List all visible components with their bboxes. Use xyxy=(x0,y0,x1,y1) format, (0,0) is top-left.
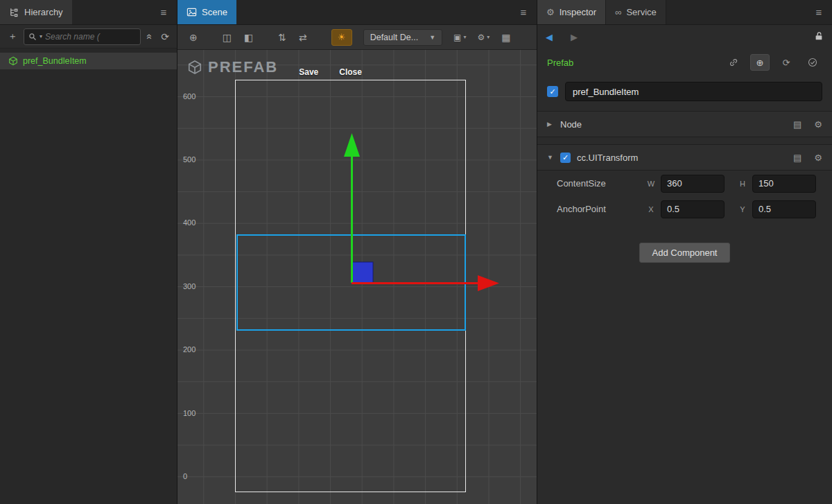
tab-scene[interactable]: Scene xyxy=(177,0,236,24)
hierarchy-search-input[interactable] xyxy=(45,32,136,42)
inspector-menu-icon[interactable]: ≡ xyxy=(806,0,832,24)
anchorpoint-y-input[interactable] xyxy=(752,200,816,218)
scene-settings-dropdown[interactable]: ⚙ ▾ xyxy=(473,33,494,42)
prefab-cube-icon xyxy=(8,56,18,66)
prefab-asset-label: Prefab xyxy=(547,58,573,68)
scene-panel: Scene ≡ ⊕ ◫ ◧ ⇅ ⇄ ☀ Default De... ▼ ▣ ▾ … xyxy=(177,0,537,504)
layers-icon: ▣ xyxy=(453,33,461,42)
chevron-right-icon[interactable]: ▶ xyxy=(547,121,554,128)
grid-view-icon[interactable]: ▦ xyxy=(496,32,515,43)
hierarchy-panel: Hierarchy ≡ ＋ ▾ « ⟳ pref_BundleItem xyxy=(0,0,177,504)
contentsize-height-input[interactable] xyxy=(752,175,816,193)
hierarchy-menu-icon[interactable]: ≡ xyxy=(150,0,177,24)
component-settings-gear-icon[interactable]: ⚙ xyxy=(814,153,822,163)
help-doc-icon[interactable]: ▤ xyxy=(793,153,801,163)
uitransform-section-header[interactable]: ▼ ✓ cc.UITransform ▤ ⚙ xyxy=(537,144,832,171)
tab-hierarchy[interactable]: Hierarchy xyxy=(0,0,72,24)
anchorpoint-label: AnchorPoint xyxy=(557,204,641,214)
prefab-actions: ⊕ ⟳ xyxy=(724,54,822,71)
node-section-header[interactable]: ▶ Node ▤ ⚙ xyxy=(537,111,832,137)
device-mode-value: Default De... xyxy=(370,33,418,42)
gizmo-light-toggle[interactable]: ☀ xyxy=(331,29,352,46)
editor-window: Hierarchy ≡ ＋ ▾ « ⟳ pref_BundleItem xyxy=(0,0,832,504)
locate-prefab-asset-icon[interactable]: ⊕ xyxy=(750,54,770,71)
tab-service[interactable]: ∞ Service xyxy=(605,0,666,24)
anchorpoint-row: AnchorPoint X Y xyxy=(537,196,832,222)
history-forward-icon[interactable]: ▶ xyxy=(571,32,578,42)
node-active-checkbox[interactable]: ✓ xyxy=(547,86,558,97)
revert-prefab-icon[interactable]: ⟳ xyxy=(777,54,796,71)
add-component-button[interactable]: Add Component xyxy=(639,243,731,263)
layers-dropdown[interactable]: ▣ ▾ xyxy=(449,33,470,42)
distribute-vertical-icon[interactable]: ⇅ xyxy=(273,32,291,43)
refresh-hierarchy-icon[interactable]: ⟳ xyxy=(159,31,171,42)
gear-icon: ⚙ xyxy=(477,33,485,42)
apply-prefab-icon[interactable] xyxy=(803,54,822,71)
gizmo-plane-handle[interactable] xyxy=(352,262,373,283)
inspector-nav-row: ◀ ▶ xyxy=(537,25,832,49)
inspector-tabbar: ⚙ Inspector ∞ Service ≡ xyxy=(537,0,832,25)
chevron-down-icon: ▾ xyxy=(463,34,466,40)
light-icon: ☀ xyxy=(338,32,346,42)
contentsize-row: ContentSize W H xyxy=(537,171,832,196)
search-icon xyxy=(28,33,37,41)
transform-gizmo xyxy=(177,50,537,504)
add-component-row: Add Component xyxy=(537,222,832,284)
prefab-watermark-label: PREFAB xyxy=(208,58,278,76)
chevron-down-icon[interactable]: ▼ xyxy=(547,154,554,161)
height-axis-label: H xyxy=(738,180,747,188)
scene-image-icon xyxy=(187,7,197,17)
create-node-button[interactable]: ＋ xyxy=(6,31,19,43)
gizmo-y-arrowhead-icon[interactable] xyxy=(344,133,360,157)
chevron-down-icon: ▾ xyxy=(487,34,489,40)
prefab-asset-row: Prefab ⊕ ⟳ xyxy=(537,49,832,76)
uitransform-section-label: cc.UITransform xyxy=(577,153,638,163)
x-axis-label: X xyxy=(647,205,655,214)
y-axis-label: Y xyxy=(738,205,747,214)
history-back-icon[interactable]: ◀ xyxy=(546,32,553,42)
collapse-all-icon[interactable]: « xyxy=(144,32,155,42)
help-doc-icon[interactable]: ▤ xyxy=(793,119,801,130)
prefab-close-button[interactable]: Close xyxy=(339,67,362,77)
scene-tabbar: Scene ≡ xyxy=(177,0,537,25)
width-axis-label: W xyxy=(647,180,655,188)
tab-scene-label: Scene xyxy=(202,7,227,17)
prefab-cube-icon xyxy=(187,60,202,75)
search-filter-caret-icon[interactable]: ▾ xyxy=(40,33,42,40)
device-mode-dropdown[interactable]: Default De... ▼ xyxy=(363,29,442,46)
tab-inspector-label: Inspector xyxy=(560,7,596,17)
anchorpoint-x-input[interactable] xyxy=(661,200,725,218)
contentsize-width-input[interactable] xyxy=(661,175,725,193)
lock-inspector-icon[interactable] xyxy=(814,31,824,43)
node-section-label: Node xyxy=(560,119,582,130)
contentsize-label: ContentSize xyxy=(557,178,641,189)
scene-viewport[interactable]: 600 500 400 300 200 100 0 PREFAB S xyxy=(177,50,537,504)
node-name-input[interactable] xyxy=(565,82,822,101)
align-left-icon[interactable]: ◫ xyxy=(218,32,236,43)
zoom-tool-icon[interactable]: ⊕ xyxy=(184,32,202,43)
unlink-prefab-icon[interactable] xyxy=(724,54,743,71)
distribute-horizontal-icon[interactable]: ⇄ xyxy=(294,32,312,43)
node-name-row: ✓ xyxy=(537,76,832,111)
prefab-edit-bar: PREFAB Save Close xyxy=(187,58,362,77)
tab-hierarchy-label: Hierarchy xyxy=(24,7,63,17)
chevron-down-icon: ▼ xyxy=(429,34,435,41)
uitransform-enabled-checkbox[interactable]: ✓ xyxy=(560,153,571,163)
node-settings-gear-icon[interactable]: ⚙ xyxy=(814,119,822,130)
hierarchy-search-box[interactable]: ▾ xyxy=(24,28,141,45)
hierarchy-toolbar: ＋ ▾ « ⟳ xyxy=(0,25,177,49)
inspector-panel: ⚙ Inspector ∞ Service ≡ ◀ ▶ Prefab ⊕ xyxy=(537,0,832,504)
gizmo-x-arrowhead-icon[interactable] xyxy=(478,275,499,291)
hierarchy-node-pref-bundleitem[interactable]: pref_BundleItem xyxy=(0,53,177,69)
align-right-icon[interactable]: ◧ xyxy=(239,32,258,43)
hierarchy-icon xyxy=(9,7,19,17)
tab-inspector[interactable]: ⚙ Inspector xyxy=(537,0,605,24)
scene-toolbar: ⊕ ◫ ◧ ⇅ ⇄ ☀ Default De... ▼ ▣ ▾ ⚙ ▾ ▦ xyxy=(177,25,537,50)
scene-menu-icon[interactable]: ≡ xyxy=(510,0,537,24)
prefab-watermark: PREFAB xyxy=(187,58,278,76)
hierarchy-tabbar: Hierarchy ≡ xyxy=(0,0,177,25)
tab-service-label: Service xyxy=(626,7,656,17)
prefab-save-button[interactable]: Save xyxy=(299,67,318,77)
service-icon: ∞ xyxy=(615,7,621,17)
hierarchy-tree: pref_BundleItem xyxy=(0,49,177,504)
